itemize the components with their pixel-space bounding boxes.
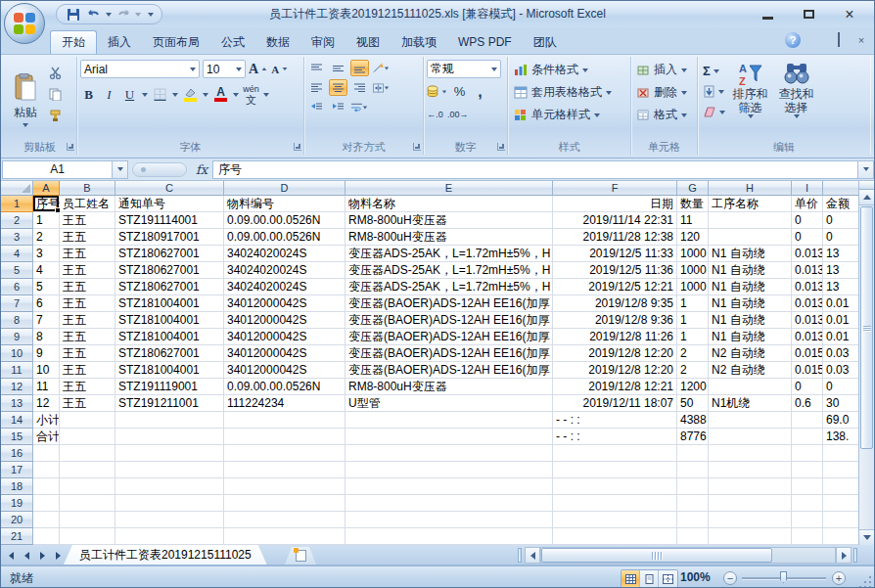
cell-H8[interactable]: N1 自动绕 — [709, 312, 792, 329]
cell-D21[interactable] — [224, 528, 345, 545]
underline-button[interactable]: U — [121, 85, 138, 104]
cell-C14[interactable] — [115, 412, 224, 429]
cell-I6[interactable]: 0.013 — [792, 279, 823, 295]
cell-I20[interactable] — [792, 512, 823, 528]
zoom-in-button[interactable]: + — [832, 571, 846, 585]
cell-B5[interactable]: 王五 — [60, 262, 115, 279]
cell-B15[interactable] — [60, 429, 115, 445]
cell-H4[interactable]: N1 自动绕 — [709, 246, 792, 262]
cell-F21[interactable] — [553, 528, 677, 545]
tab-addins[interactable]: 加载项 — [391, 30, 447, 54]
align-left-button[interactable] — [307, 79, 326, 96]
row-header-16[interactable]: 16 — [1, 445, 33, 462]
cell-B1[interactable]: 员工姓名 — [60, 196, 115, 212]
cell-H2[interactable] — [709, 212, 792, 229]
cell-A8[interactable]: 7 — [33, 312, 60, 329]
cell-H13[interactable]: N1机绕 — [709, 395, 792, 412]
cell-E4[interactable]: 变压器ADS-25AK，L=1.72mH±5%，H — [345, 246, 553, 262]
cell-C17[interactable] — [115, 462, 224, 478]
cell-F18[interactable] — [553, 478, 677, 495]
cell-B2[interactable]: 王五 — [60, 212, 115, 229]
cell-F19[interactable] — [553, 495, 677, 512]
cell-E18[interactable] — [345, 478, 553, 495]
align-top-button[interactable] — [307, 60, 326, 76]
row-header-10[interactable]: 10 — [1, 345, 33, 362]
cell-C9[interactable]: STZ181004001 — [115, 329, 224, 345]
cell-E8[interactable]: 变压器(BAOER)ADS-12AH EE16(加厚 — [345, 312, 553, 329]
cell-H15[interactable] — [709, 429, 792, 445]
tab-wps-pdf[interactable]: WPS PDF — [447, 30, 523, 54]
cell-A21[interactable] — [33, 528, 60, 545]
column-header-D[interactable]: D — [224, 181, 345, 196]
format-cells-button[interactable]: 格式 — [634, 105, 690, 125]
cell-G1[interactable]: 数量 — [677, 196, 709, 212]
cell-A4[interactable]: 3 — [33, 246, 60, 262]
cell-F6[interactable]: 2019/12/5 12:21 — [553, 279, 677, 295]
cell-G16[interactable] — [677, 445, 709, 462]
decrease-indent-button[interactable] — [307, 99, 326, 115]
cell-C18[interactable] — [115, 478, 224, 495]
cell-G19[interactable] — [677, 495, 709, 512]
formula-bar-splitter[interactable] — [132, 162, 187, 177]
wrap-text-button[interactable] — [350, 99, 369, 115]
font-color-button[interactable]: A — [212, 85, 229, 104]
scroll-up-button[interactable] — [859, 190, 874, 205]
cell-I12[interactable]: 0 — [792, 379, 823, 395]
cell-I21[interactable] — [792, 528, 823, 545]
format-as-table-button[interactable]: 套用表格格式 — [511, 82, 615, 103]
cell-I4[interactable]: 0.013 — [792, 246, 823, 262]
vertical-scroll-track[interactable] — [859, 450, 874, 529]
cell-E1[interactable]: 物料名称 — [345, 196, 553, 212]
cell-C16[interactable] — [115, 445, 224, 462]
column-header-I[interactable]: I — [792, 181, 823, 196]
row-header-12[interactable]: 12 — [1, 379, 33, 395]
font-size-select[interactable]: 10 — [203, 60, 246, 78]
cell-A6[interactable]: 5 — [33, 279, 60, 295]
cell-C4[interactable]: STZ180627001 — [115, 246, 224, 262]
cell-E15[interactable] — [345, 429, 553, 445]
workbook-close-button[interactable]: × — [854, 34, 868, 46]
cell-D19[interactable] — [224, 495, 345, 512]
cell-D5[interactable]: 34024020024S — [224, 262, 345, 279]
cell-E9[interactable]: 变压器(BAOER)ADS-12AH EE16(加厚 — [345, 329, 553, 345]
cell-E14[interactable] — [345, 412, 553, 429]
cell-A17[interactable] — [33, 462, 60, 478]
phonetic-dropdown-icon[interactable] — [263, 93, 269, 97]
cell-E13[interactable]: U型管 — [345, 395, 553, 412]
cell-F10[interactable]: 2019/12/8 12:20 — [553, 345, 677, 362]
cell-B21[interactable] — [60, 528, 115, 545]
cell-C10[interactable]: STZ180627001 — [115, 345, 224, 362]
cell-A12[interactable]: 11 — [33, 379, 60, 395]
cell-F11[interactable]: 2019/12/8 12:20 — [553, 362, 677, 379]
zoom-level[interactable]: 100% — [680, 570, 711, 584]
cell-G15[interactable]: 8776 — [677, 429, 709, 445]
number-dialog-launcher-icon[interactable] — [497, 143, 505, 151]
fill-button[interactable] — [701, 82, 727, 101]
cell-B20[interactable] — [60, 512, 115, 528]
cell-G4[interactable]: 1000 — [677, 246, 709, 262]
cell-A19[interactable] — [33, 495, 60, 512]
row-header-5[interactable]: 5 — [1, 262, 33, 279]
cell-I2[interactable]: 0 — [792, 212, 823, 229]
cell-G3[interactable]: 120 — [677, 229, 709, 246]
scroll-right-button[interactable] — [836, 547, 852, 564]
page-break-view-button[interactable] — [659, 570, 677, 587]
cell-F4[interactable]: 2019/12/5 11:33 — [553, 246, 677, 262]
cell-D1[interactable]: 物料编号 — [224, 196, 345, 212]
cell-E21[interactable] — [345, 528, 553, 545]
cell-F8[interactable]: 2019/12/8 9:36 — [553, 312, 677, 329]
delete-cells-button[interactable]: 删除 — [634, 82, 690, 103]
zoom-slider-handle[interactable] — [780, 571, 787, 583]
cell-G5[interactable]: 1000 — [677, 262, 709, 279]
cell-E17[interactable] — [345, 462, 553, 478]
cell-D2[interactable]: 0.09.00.00.0526N — [224, 212, 345, 229]
cell-styles-button[interactable]: 单元格样式 — [511, 105, 615, 125]
cell-D20[interactable] — [224, 512, 345, 528]
find-select-button[interactable]: 查找和选择 — [773, 60, 819, 140]
clipboard-dialog-launcher-icon[interactable] — [67, 143, 74, 151]
cell-G7[interactable]: 1 — [677, 295, 709, 312]
row-header-1[interactable]: 1 — [1, 196, 33, 212]
column-header-B[interactable]: B — [60, 181, 115, 196]
cell-D13[interactable]: 111224234 — [224, 395, 345, 412]
horizontal-scroll-thumb[interactable] — [541, 548, 772, 563]
